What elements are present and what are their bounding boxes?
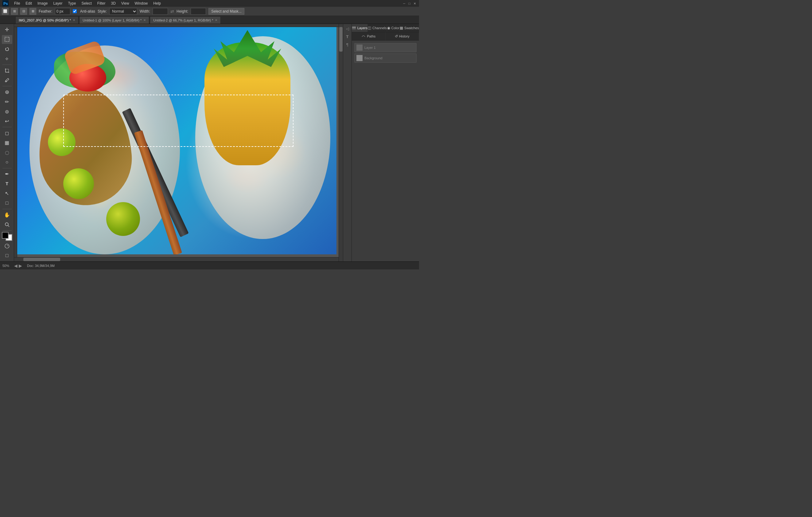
layer-name: Layer 1 (365, 46, 376, 50)
menu-select[interactable]: Select (79, 1, 94, 6)
layers-icon (352, 26, 356, 31)
move-tool[interactable]: ✛ (2, 25, 12, 34)
healing-tool[interactable] (2, 87, 12, 97)
path-select-tool[interactable]: ↖ (2, 189, 12, 198)
quick-mask-btn[interactable] (2, 241, 12, 251)
tab-bar: IMG_2937.JPG @ 50% (RGB/8*) * ✕ Untitled… (0, 16, 419, 24)
stamp-tool[interactable]: ⊜ (2, 107, 12, 116)
svg-rect-2 (5, 37, 9, 42)
width-label: Width: (140, 9, 150, 13)
left-toolbar: ✛ ⟡ (0, 24, 14, 262)
canvas-area[interactable] (14, 24, 343, 262)
lasso-tool[interactable] (2, 45, 12, 54)
blur-tool[interactable]: ◌ (2, 148, 12, 157)
panel-tab-paths[interactable]: Paths (352, 32, 385, 40)
subtract-selection-btn[interactable]: ⊟ (20, 8, 27, 15)
eraser-tool[interactable]: ◻ (2, 128, 12, 138)
menu-3d[interactable]: 3D (108, 1, 118, 6)
tab-img2937[interactable]: IMG_2937.JPG @ 50% (RGB/8*) * ✕ (16, 16, 79, 24)
scrollbar-horizontal[interactable] (14, 257, 339, 262)
shape-tool[interactable]: □ (2, 198, 12, 208)
eyedropper-tool[interactable] (2, 76, 12, 85)
tab-close-2[interactable]: ✕ (215, 19, 218, 22)
close-button[interactable]: ✕ (413, 2, 416, 5)
zoom-tool[interactable] (2, 220, 12, 229)
history-icon: ↺ (395, 34, 398, 38)
swap-wh-icon[interactable]: ⇄ (170, 9, 174, 14)
add-selection-btn[interactable]: ⊞ (11, 8, 18, 15)
status-bar: 50% ◀ ▶ Doc: 34,9M/34,9M (0, 262, 419, 269)
pen-tool[interactable]: ✒ (2, 169, 12, 179)
anti-alias-checkbox[interactable] (73, 9, 77, 13)
svg-point-7 (5, 223, 8, 226)
tab-close-1[interactable]: ✕ (143, 19, 146, 22)
app-logo: Ps (2, 0, 8, 6)
brush-tool[interactable]: ✏ (2, 98, 12, 107)
panel-tab-history[interactable]: ↺ History (385, 32, 419, 40)
hand-tool[interactable]: ✋ (2, 211, 12, 220)
toggle-panels-icon[interactable]: ◁ (344, 25, 351, 32)
height-input[interactable] (191, 8, 206, 15)
menu-file[interactable]: File (12, 1, 22, 6)
panel-tab-channels[interactable]: ◫ Channels (368, 24, 387, 32)
foreground-color[interactable] (2, 232, 8, 239)
panel-tab-layers[interactable]: Layers (352, 24, 368, 32)
food-lime1 (48, 128, 76, 156)
panel-tab-color[interactable]: ◉ Color (387, 24, 400, 32)
tool-separator-3 (2, 127, 12, 127)
zoom-level: 50% (2, 264, 9, 268)
type-tool[interactable]: T (2, 179, 12, 188)
minimize-button[interactable]: ─ (402, 2, 406, 5)
menu-type[interactable]: Type (65, 1, 78, 6)
layer-thumbnail (356, 45, 362, 51)
menu-window[interactable]: Window (132, 1, 150, 6)
tab-untitled1[interactable]: Untitled-1 @ 100% (Layer 1, RGB/8#) * ✕ (79, 16, 149, 24)
tool-separator-4 (2, 168, 12, 168)
magic-wand-tool[interactable]: ⟡ (2, 54, 12, 63)
menu-layer[interactable]: Layer (51, 1, 65, 6)
svg-rect-10 (352, 27, 356, 28)
dodge-tool[interactable]: ○ (2, 158, 12, 167)
menu-filter[interactable]: Filter (95, 1, 108, 6)
tab-untitled2[interactable]: Untitled-2 @ 66,7% (Layer 1, RGB/8#) * ✕ (150, 16, 221, 24)
menu-help[interactable]: Help (151, 1, 163, 6)
feather-input[interactable] (55, 8, 70, 15)
scroll-thumb-horizontal[interactable] (23, 258, 60, 261)
scrollbar-vertical[interactable] (339, 24, 343, 262)
screen-mode-btn[interactable]: □ (2, 251, 12, 261)
type-tool-icon[interactable]: T (344, 33, 351, 40)
maximize-button[interactable]: □ (407, 2, 411, 5)
menu-image[interactable]: Image (35, 1, 50, 6)
nav-next-button[interactable]: ▶ (19, 263, 22, 268)
svg-rect-12 (352, 29, 356, 30)
select-mask-button[interactable]: Select and Mask... (208, 8, 244, 15)
marquee-tool[interactable] (2, 35, 12, 44)
gradient-tool[interactable]: ▦ (2, 138, 12, 147)
paths-icon (361, 34, 366, 39)
scroll-thumb-vertical[interactable] (339, 27, 343, 52)
menu-edit[interactable]: Edit (23, 1, 34, 6)
history-brush-tool[interactable]: ↩ (2, 117, 12, 126)
width-input[interactable] (152, 8, 168, 15)
tab-close-0[interactable]: ✕ (73, 19, 75, 22)
style-label: Style: (98, 9, 107, 13)
food-lime3 (106, 202, 140, 236)
menu-bar: Ps File Edit Image Layer Type Select Fil… (0, 0, 419, 7)
swatches-icon: ▦ (400, 26, 403, 30)
crop-tool[interactable] (2, 66, 12, 75)
color-picker[interactable] (2, 232, 12, 241)
canvas-container[interactable] (17, 27, 343, 262)
panel-tab-swatches[interactable]: ▦ Swatches (400, 24, 419, 32)
menu-view[interactable]: View (119, 1, 132, 6)
canvas-image[interactable] (17, 27, 337, 254)
paragraph-icon[interactable]: ¶ (344, 41, 351, 48)
nav-prev-button[interactable]: ◀ (14, 263, 18, 268)
right-panel: Layers ◫ Channels ◉ Color ▦ Swatches (351, 24, 419, 262)
tool-separator-1 (2, 64, 12, 65)
food-lime2 (63, 168, 94, 199)
new-selection-btn[interactable]: ⬜ (2, 8, 8, 15)
color-icon: ◉ (387, 26, 390, 30)
intersect-selection-btn[interactable]: ⊠ (29, 8, 36, 15)
style-select[interactable]: Normal Fixed Ratio Fixed Size (109, 8, 137, 15)
doc-info: Doc: 34,9M/34,9M (27, 264, 55, 268)
